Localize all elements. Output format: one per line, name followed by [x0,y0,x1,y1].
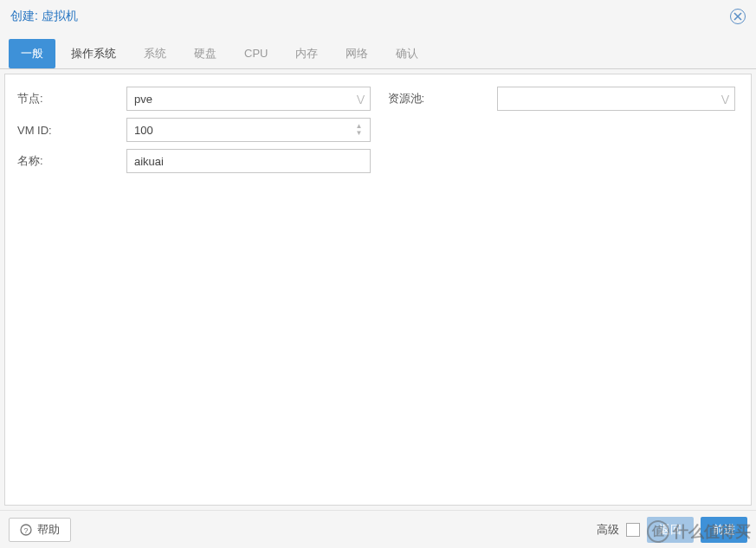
advanced-checkbox[interactable] [626,523,640,537]
label-vmid: VM ID: [16,124,126,137]
tab-network: 网络 [333,39,380,68]
chevron-down-icon: ⋁ [721,94,729,104]
label-name: 名称: [16,153,126,169]
row-name: 名称: aikuai [16,149,371,173]
vmid-value: 100 [134,124,153,137]
help-button[interactable]: ? 帮助 [9,518,71,542]
pool-select[interactable]: ⋁ [497,87,735,111]
spinner-down-icon: ▼ [352,130,366,137]
row-vmid: VM ID: 100 ▲ ▼ [16,118,371,142]
tab-confirm: 确认 [384,39,430,68]
form-left-column: 节点: pve ⋁ VM ID: 100 ▲ ▼ 名称: [16,87,371,493]
back-button[interactable]: 返回 [647,517,694,543]
tab-system: 系统 [132,39,178,68]
create-vm-dialog: 创建: 虚拟机 一般 操作系统 系统 硬盘 CPU 内存 网络 确认 节点: p… [0,0,756,548]
vmid-input[interactable]: 100 ▲ ▼ [126,118,371,142]
footer-right: 高级 返回 前进 [597,517,747,543]
form-body: 节点: pve ⋁ VM ID: 100 ▲ ▼ 名称: [4,74,752,506]
row-pool: 资源池: ⋁ [386,87,741,111]
dialog-titlebar: 创建: 虚拟机 [0,0,756,33]
node-value: pve [134,93,152,106]
wizard-tabs: 一般 操作系统 系统 硬盘 CPU 内存 网络 确认 [0,33,756,69]
tab-memory: 内存 [283,39,330,68]
row-node: 节点: pve ⋁ [16,87,371,111]
help-icon: ? [20,524,32,536]
name-input[interactable]: aikuai [126,149,371,173]
tab-cpu: CPU [232,40,280,67]
back-label: 返回 [659,522,682,538]
close-icon [733,12,742,21]
vmid-spinner[interactable]: ▲ ▼ [352,119,366,141]
node-select[interactable]: pve ⋁ [126,87,371,111]
next-button[interactable]: 前进 [701,517,747,543]
name-value: aikuai [134,155,164,168]
close-button[interactable] [730,9,746,24]
svg-text:?: ? [23,525,28,534]
label-pool: 资源池: [386,91,497,106]
dialog-footer: ? 帮助 高级 返回 前进 [0,510,756,548]
help-label: 帮助 [37,522,60,538]
tab-disk: 硬盘 [182,39,229,68]
form-right-column: 资源池: ⋁ [386,87,741,493]
advanced-label: 高级 [597,522,619,538]
chevron-down-icon: ⋁ [357,94,365,104]
label-node: 节点: [16,91,126,106]
tab-os[interactable]: 操作系统 [59,39,128,68]
dialog-title: 创建: 虚拟机 [10,9,78,24]
next-label: 前进 [713,522,735,538]
tab-general[interactable]: 一般 [9,39,55,68]
